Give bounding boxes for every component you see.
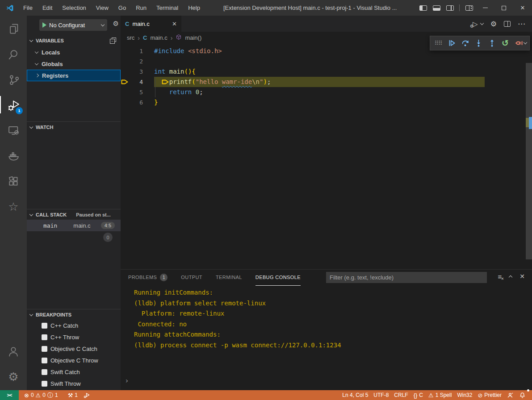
sidebar-item-extensions[interactable]: [0, 168, 27, 194]
breakpoint-checkbox[interactable]: [42, 369, 47, 375]
variables-item-registers[interactable]: Registers: [27, 70, 121, 81]
breakpoint-checkbox[interactable]: [42, 346, 47, 352]
breakpoint-item[interactable]: Swift Catch: [27, 366, 121, 378]
sidebar-item-remote-explorer[interactable]: [0, 117, 27, 143]
continue-button[interactable]: [446, 38, 457, 49]
split-editor-button[interactable]: [504, 21, 511, 27]
breakpoint-item[interactable]: C++ Throw: [27, 331, 121, 343]
problems-status[interactable]: ⊗ 0 ⚠ 0 ⓘ 1: [21, 390, 61, 400]
line-number[interactable]: 6: [133, 97, 143, 108]
sidebar-item-favorites[interactable]: ☆: [0, 194, 27, 219]
breakpoint-item[interactable]: Objective C Throw: [27, 354, 121, 366]
step-over-button[interactable]: [460, 38, 470, 49]
disconnect-button[interactable]: [513, 38, 524, 49]
code-line[interactable]: 2: [121, 56, 526, 67]
code-line[interactable]: 3int main(){: [121, 67, 526, 77]
debug-status-icon[interactable]: [80, 390, 92, 400]
remote-indicator[interactable]: ><: [0, 390, 19, 400]
menu-help[interactable]: Help: [183, 0, 205, 16]
breadcrumb-symbol[interactable]: main(): [185, 34, 201, 41]
sidebar-item-run-and-debug[interactable]: 1: [0, 92, 27, 117]
close-panel-icon[interactable]: ✕: [519, 273, 525, 280]
toolchain-status[interactable]: ⚒ 1: [65, 390, 80, 400]
breakpoint-item[interactable]: Objective C Catch: [27, 343, 121, 354]
tab-main-c[interactable]: C main.c ✕: [121, 16, 181, 32]
menu-run[interactable]: Run: [131, 0, 151, 16]
watch-section-header[interactable]: WATCH: [27, 122, 121, 132]
toggle-sidebar-right-button[interactable]: [443, 0, 457, 16]
editor-scrollbar[interactable]: [526, 32, 532, 269]
code-line[interactable]: 5 return 0;: [121, 87, 526, 97]
encoding-indicator[interactable]: UTF-8: [371, 390, 391, 400]
scrollbar-slider[interactable]: [526, 63, 532, 259]
settings-gear-button[interactable]: ⚙: [490, 20, 497, 28]
breakpoint-gutter[interactable]: [121, 46, 133, 56]
start-debug-icon[interactable]: [42, 22, 46, 28]
step-into-button[interactable]: [473, 38, 484, 49]
line-number[interactable]: 2: [133, 56, 143, 67]
run-or-debug-button[interactable]: ▷⚙: [473, 21, 478, 27]
breakpoint-checkbox[interactable]: [42, 381, 47, 387]
close-window-button[interactable]: ✕: [513, 0, 532, 16]
variables-item-globals[interactable]: Globals: [27, 58, 121, 70]
more-actions-button[interactable]: ⋯: [518, 19, 526, 29]
clear-console-icon[interactable]: ≡✕: [498, 273, 502, 280]
close-tab-icon[interactable]: ✕: [172, 21, 177, 27]
breakpoint-gutter[interactable]: [121, 87, 133, 97]
code-line[interactable]: 4 printf("hello wamr-ide\n");: [121, 77, 526, 87]
console-prompt-icon[interactable]: ›: [125, 376, 129, 385]
sidebar-item-docker[interactable]: [0, 143, 27, 168]
toggle-panel-button[interactable]: [430, 0, 443, 16]
tab-debug-console[interactable]: DEBUG CONSOLE: [256, 270, 301, 286]
menu-edit[interactable]: Edit: [38, 0, 57, 16]
breakpoint-checkbox[interactable]: [42, 358, 47, 363]
tab-output[interactable]: OUTPUT: [181, 270, 202, 286]
language-mode[interactable]: {} C: [411, 390, 426, 400]
menu-file[interactable]: File: [18, 0, 38, 16]
platform-indicator[interactable]: Win32: [454, 390, 475, 400]
breakpoint-checkbox[interactable]: [42, 323, 47, 329]
call-stack-frame-row[interactable]: main main.c 4:5: [27, 220, 121, 231]
menu-go[interactable]: Go: [113, 0, 131, 16]
menu-view[interactable]: View: [91, 0, 113, 16]
current-execution-arrow-icon[interactable]: [121, 77, 133, 87]
spell-checker-status[interactable]: ⚠ 1 Spell: [426, 390, 454, 400]
toggle-sidebar-left-button[interactable]: [416, 0, 430, 16]
breakpoint-gutter[interactable]: [121, 97, 133, 108]
minimize-button[interactable]: [476, 0, 494, 16]
eol-indicator[interactable]: CRLF: [391, 390, 411, 400]
line-number[interactable]: 3: [133, 67, 143, 77]
customize-layout-button[interactable]: [462, 0, 476, 16]
breakpoint-gutter[interactable]: [121, 56, 133, 67]
call-stack-section-header[interactable]: CALL STACK Paused on st...: [27, 210, 121, 220]
breakpoint-item[interactable]: Swift Throw: [27, 378, 121, 389]
code-editor[interactable]: 1#include <stdio.h>23int main(){4 printf…: [121, 46, 526, 269]
menu-selection[interactable]: Selection: [57, 0, 91, 16]
maximize-panel-icon[interactable]: [509, 275, 512, 279]
line-number[interactable]: 5: [133, 87, 143, 97]
prettier-status[interactable]: ⊘ Prettier: [475, 390, 504, 400]
breakpoint-checkbox[interactable]: [42, 334, 47, 340]
menu-terminal[interactable]: Terminal: [151, 0, 183, 16]
cursor-position[interactable]: Ln 4, Col 5: [339, 390, 371, 400]
breakpoints-section-header[interactable]: BREAKPOINTS: [27, 310, 121, 320]
tab-problems[interactable]: PROBLEMS 1: [128, 270, 168, 286]
breadcrumb-src[interactable]: src: [127, 34, 134, 41]
variables-item-locals[interactable]: Locals: [27, 46, 121, 58]
step-out-button[interactable]: [486, 38, 497, 49]
sidebar-item-search[interactable]: [0, 41, 27, 67]
open-launch-json-button[interactable]: ⚙: [113, 20, 119, 27]
notifications-bell[interactable]: [516, 390, 528, 400]
breadcrumb-file[interactable]: main.c: [150, 34, 167, 41]
variables-section-header[interactable]: VARIABLES: [27, 36, 121, 46]
breakpoint-item[interactable]: C++ Catch: [27, 320, 121, 331]
line-number[interactable]: 1: [133, 46, 143, 56]
manage-settings-button[interactable]: ⚙: [0, 364, 27, 389]
debug-configuration-dropdown[interactable]: No Configurat: [39, 19, 107, 31]
accounts-button[interactable]: [0, 338, 27, 364]
feedback-button[interactable]: [504, 390, 516, 400]
chevron-down-icon[interactable]: [480, 21, 483, 25]
collapse-all-icon[interactable]: [110, 38, 116, 44]
line-number[interactable]: 4: [133, 77, 143, 87]
restart-button[interactable]: ↺: [500, 38, 511, 49]
